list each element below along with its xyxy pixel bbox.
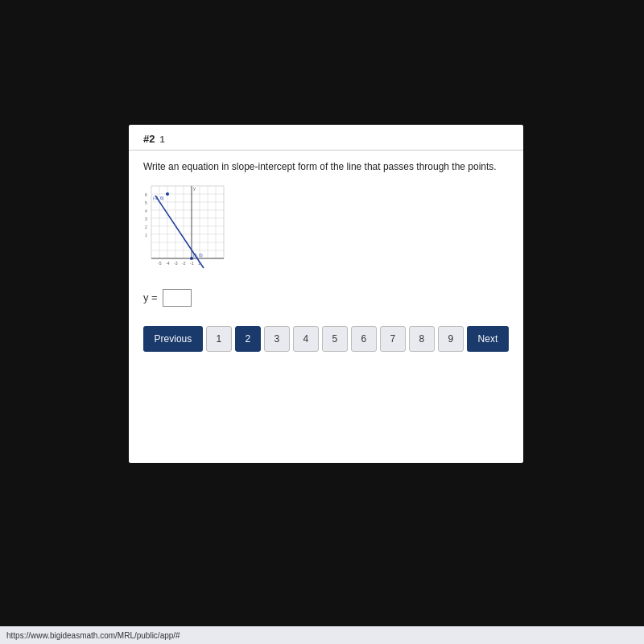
- question-number: #2: [143, 133, 155, 145]
- previous-button[interactable]: Previous: [143, 326, 203, 352]
- question-text: Write an equation in slope-intercept for…: [129, 151, 523, 182]
- page-button-9[interactable]: 9: [438, 326, 464, 352]
- svg-text:-2: -2: [182, 261, 186, 266]
- page-button-3[interactable]: 3: [264, 326, 290, 352]
- svg-text:3: 3: [145, 217, 147, 221]
- svg-text:-3: -3: [174, 261, 178, 266]
- svg-text:(-3, 6): (-3, 6): [153, 196, 164, 200]
- page-button-6[interactable]: 6: [351, 326, 377, 352]
- svg-text:5: 5: [145, 200, 147, 205]
- page-button-7[interactable]: 7: [380, 326, 406, 352]
- answer-row: y =: [129, 283, 523, 318]
- svg-text:-1: -1: [190, 261, 194, 266]
- svg-text:y: y: [193, 186, 196, 191]
- main-content: #2 1 Write an equation in slope-intercep…: [129, 125, 523, 463]
- svg-text:-5: -5: [158, 261, 162, 266]
- page-button-5[interactable]: 5: [322, 326, 348, 352]
- next-button[interactable]: Next: [467, 326, 509, 352]
- svg-text:-4: -4: [166, 261, 170, 266]
- question-header: #2 1: [129, 125, 523, 151]
- svg-text:4: 4: [145, 208, 147, 213]
- svg-text:(0, 0): (0, 0): [193, 253, 203, 258]
- svg-text:1: 1: [145, 233, 147, 237]
- svg-text:6: 6: [145, 192, 147, 197]
- page-button-2[interactable]: 2: [235, 326, 261, 352]
- answer-label: y =: [143, 291, 158, 303]
- page-button-8[interactable]: 8: [409, 326, 435, 352]
- graph-svg: y -5 -4 -3 -2 -1 1 6 5 4 3 2 1 (-3, 6) (…: [143, 182, 236, 275]
- navigation-bar: Previous 1 2 3 4 5 6 7 8 9 Next: [129, 318, 523, 360]
- status-url: https://www.bigideasmath.com/MRL/public/…: [6, 631, 180, 640]
- question-flag: 1: [159, 134, 164, 144]
- page-button-4[interactable]: 4: [293, 326, 319, 352]
- page-button-1[interactable]: 1: [206, 326, 232, 352]
- svg-point-35: [166, 192, 169, 196]
- answer-input[interactable]: [163, 289, 192, 307]
- svg-text:2: 2: [145, 225, 147, 229]
- graph-container: y -5 -4 -3 -2 -1 1 6 5 4 3 2 1 (-3, 6) (…: [143, 182, 236, 275]
- status-bar: https://www.bigideasmath.com/MRL/public/…: [0, 626, 644, 644]
- svg-point-36: [190, 257, 193, 260]
